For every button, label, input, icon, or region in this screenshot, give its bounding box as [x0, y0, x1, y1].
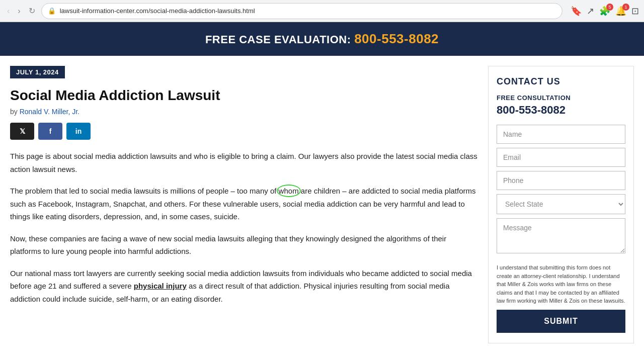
- browser-chrome: ‹ › ↻ 🔒 🔖 ↗ 🧩 5 🔔 1 ⊡: [0, 0, 644, 22]
- paragraph-2: The problem that led to social media law…: [10, 185, 478, 223]
- contact-box: CONTACT US FREE CONSULTATION 800-553-808…: [488, 66, 634, 343]
- paragraph-3: Now, these companies are facing a wave o…: [10, 232, 478, 258]
- disclaimer-text: I understand that submitting this form d…: [497, 263, 625, 304]
- extensions-button[interactable]: 🧩 5: [599, 6, 610, 17]
- share-button[interactable]: ↗: [587, 6, 594, 17]
- article-text: This page is about social media addictio…: [10, 150, 478, 305]
- name-input[interactable]: [497, 125, 625, 144]
- author-prefix: by: [10, 108, 18, 116]
- menu-button[interactable]: ⊡: [631, 6, 639, 17]
- linkedin-icon: in: [75, 127, 82, 135]
- free-consultation-label: FREE CONSULTATION: [497, 94, 625, 102]
- article-title: Social Media Addiction Lawsuit: [10, 87, 478, 104]
- banner-text: FREE CASE EVALUATION:: [205, 33, 351, 46]
- refresh-button[interactable]: ↻: [27, 4, 37, 18]
- alert-badge: 1: [622, 4, 629, 11]
- lock-icon: 🔒: [48, 7, 56, 15]
- sidebar-phone[interactable]: 800-553-8082: [497, 104, 625, 117]
- twitter-icon: 𝕏: [20, 127, 25, 135]
- paragraph-4: Our national mass tort lawyers are curre…: [10, 267, 478, 306]
- twitter-button[interactable]: 𝕏: [10, 123, 34, 140]
- page-layout: JULY 1, 2024 Social Media Addiction Laws…: [0, 56, 644, 343]
- submit-button[interactable]: SUBMIT: [497, 310, 625, 333]
- contact-title: CONTACT US: [497, 76, 625, 87]
- phone-input[interactable]: [497, 171, 625, 190]
- sidebar: CONTACT US FREE CONSULTATION 800-553-808…: [488, 66, 634, 343]
- message-textarea[interactable]: [497, 218, 625, 253]
- state-select[interactable]: Select State Alabama Alaska Arizona Cali…: [497, 194, 625, 214]
- address-bar[interactable]: [60, 7, 556, 15]
- top-banner: FREE CASE EVALUATION: 800-553-8082: [0, 22, 644, 56]
- facebook-icon: f: [49, 127, 52, 135]
- browser-icons: 🔖 ↗ 🧩 5 🔔 1 ⊡: [571, 6, 639, 17]
- email-input[interactable]: [497, 148, 625, 167]
- back-button[interactable]: ‹: [5, 5, 12, 18]
- highlight-word: whom: [279, 187, 299, 195]
- author-link[interactable]: Ronald V. Miller, Jr.: [20, 108, 79, 116]
- date-badge: JULY 1, 2024: [10, 66, 65, 78]
- social-buttons: 𝕏 f in: [10, 123, 478, 140]
- bookmark-button[interactable]: 🔖: [571, 6, 582, 17]
- main-content: JULY 1, 2024 Social Media Addiction Laws…: [10, 66, 478, 343]
- banner-phone[interactable]: 800-553-8082: [354, 31, 439, 46]
- alerts-button[interactable]: 🔔 1: [615, 6, 626, 17]
- address-bar-container: 🔒: [41, 3, 562, 19]
- contact-form: Select State Alabama Alaska Arizona Cali…: [497, 125, 625, 333]
- physical-injury-link[interactable]: physical injury: [134, 282, 187, 290]
- author-line: by Ronald V. Miller, Jr.: [10, 108, 478, 116]
- forward-button[interactable]: ›: [16, 5, 22, 18]
- extension-badge: 5: [606, 4, 613, 11]
- linkedin-button[interactable]: in: [66, 123, 91, 140]
- paragraph-1: This page is about social media addictio…: [10, 150, 478, 175]
- facebook-button[interactable]: f: [38, 123, 62, 140]
